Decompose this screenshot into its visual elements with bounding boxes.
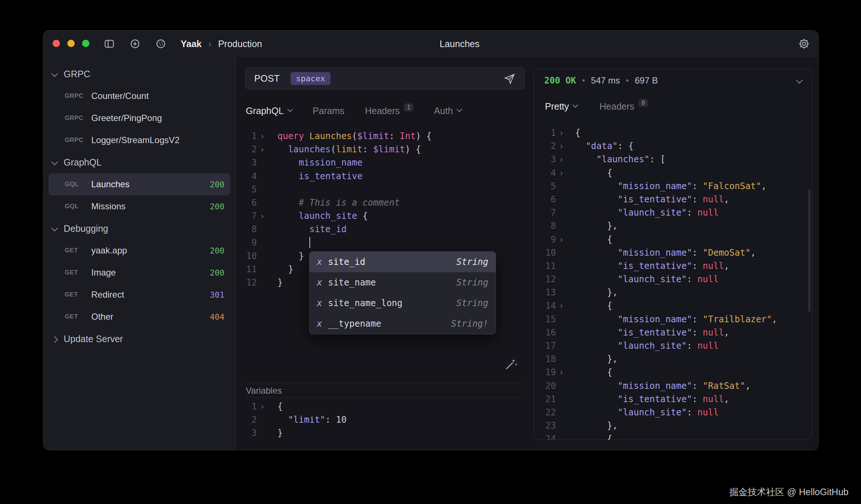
code-line: 9 [236,236,534,249]
close-window-button[interactable] [53,40,60,47]
response-viewer[interactable]: 1›{2› "data": {3› "launches": [4› {5 "mi… [534,126,812,440]
request-method-label: GET [65,247,85,254]
tab-label: Params [313,106,344,116]
fold-chevron-icon[interactable]: › [257,400,268,413]
sidebar-list: GRPCGRPCCounter/CountGRPCGreeter/PingPon… [43,63,235,350]
sidebar-item-other[interactable]: GETOther404 [49,306,230,328]
sidebar-section-grpc[interactable]: GRPC [43,63,235,85]
chevron-down-icon [573,102,578,108]
new-request-icon[interactable] [129,38,141,50]
code-text: { [268,400,283,413]
autocomplete-item-site-name[interactable]: xsite_nameString [309,272,496,293]
line-number: 4 [534,166,556,180]
status-code-badge: 200 [210,246,224,255]
code-line: 22 "launch_site": null [534,406,812,419]
line-number: 22 [534,406,556,419]
response-panel: 200 OK • 547 ms • 697 B PrettyHeaders8 1… [534,68,812,440]
gutter-spacer [257,249,268,263]
response-scrollbar[interactable] [808,189,811,312]
code-text: }, [567,419,618,432]
code-text: query Launches($limit: Int) { [268,129,432,143]
send-button[interactable] [504,72,515,84]
fold-chevron-icon[interactable]: › [257,209,268,223]
fold-chevron-icon[interactable]: › [556,366,567,379]
line-number: 6 [236,196,257,209]
fold-chevron-icon[interactable]: › [556,126,567,139]
code-text: { [567,366,612,379]
sidebar-section-graphql[interactable]: GraphQL [43,151,235,173]
settings-gear-icon[interactable] [798,38,810,50]
code-text: is_tentative [268,170,362,183]
request-name-label: Logger/StreamLogsV2 [91,135,180,145]
toggle-sidebar-icon[interactable] [103,38,116,50]
code-line: 8 site_id [236,223,534,236]
sidebar-item-redirect[interactable]: GETRedirect301 [49,284,230,306]
code-text: mission_name [268,156,362,169]
cookie-icon[interactable] [155,38,167,50]
code-text: site_id [268,223,347,236]
code-line: 2 "limit": 10 [236,413,534,426]
autocomplete-popup: xsite_idStringxsite_nameStringxsite_name… [309,251,496,334]
response-tab-headers[interactable]: Headers8 [599,101,648,112]
breadcrumb-separator: › [208,38,212,50]
status-code-badge: 404 [210,312,224,322]
request-method-label: GET [65,291,85,298]
line-number: 13 [534,286,556,299]
fold-chevron-icon[interactable]: › [257,129,268,143]
workspace-name[interactable]: Yaak [181,39,202,49]
content-area: POST spacex GraphQLParamsHeaders1Auth 1›… [236,57,818,450]
tab-count-badge: 1 [404,103,413,111]
sidebar-item-greeter-pingpong[interactable]: GRPCGreeter/PingPong [49,107,230,129]
request-name-label: Redirect [91,290,124,300]
autocomplete-item-typename[interactable]: x__typenameString! [309,313,496,334]
request-tab-graphql[interactable]: GraphQL [246,106,292,116]
request-method-label: GRPC [65,92,85,100]
request-tab-params[interactable]: Params [313,106,344,116]
sidebar-item-missions[interactable]: GQLMissions200 [49,195,230,217]
sidebar-item-yaak-app[interactable]: GETyaak.app200 [49,239,230,262]
sidebar-item-image[interactable]: GETImage200 [49,262,230,284]
code-line: 15 "mission_name": "Trailblazer", [534,313,812,326]
code-text: "launches": [ [567,153,666,166]
text-cursor [309,237,311,248]
request-tab-headers[interactable]: Headers1 [365,106,413,116]
url-input[interactable]: spacex [291,72,330,85]
fold-chevron-icon[interactable]: › [556,139,567,153]
code-line: 13 }, [534,286,812,299]
line-number: 10 [236,249,257,263]
collapse-response-button[interactable] [797,78,802,83]
code-text: launch_site { [268,209,368,223]
sidebar-section-debugging[interactable]: Debugging [43,217,235,239]
line-number: 21 [534,393,556,406]
section-label: GraphQL [64,157,102,168]
fold-chevron-icon[interactable]: › [556,153,567,166]
sidebar-item-counter-count[interactable]: GRPCCounter/Count [49,85,230,107]
code-line: 24 { [534,432,812,440]
code-line: 3› "launches": [ [534,153,812,166]
method-dropdown[interactable]: POST [254,73,280,84]
code-line: 5 [236,183,534,196]
chevron-down-icon [796,77,802,83]
response-tab-pretty[interactable]: Pretty [545,101,577,112]
sidebar-item-logger-streamlogsv2[interactable]: GRPCLogger/StreamLogsV2 [49,129,230,151]
line-number: 2 [534,139,556,153]
line-number: 9 [534,233,556,246]
format-wand-icon[interactable] [505,357,518,370]
request-tab-auth[interactable]: Auth [434,106,461,116]
gutter-spacer [556,379,567,393]
environment-name[interactable]: Production [218,39,262,49]
minimize-window-button[interactable] [67,40,75,47]
status-code-badge: 200 [210,180,224,189]
autocomplete-item-site-name-long[interactable]: xsite_name_longString [309,293,496,313]
sidebar-item-launches[interactable]: GQLLaunches200 [49,173,230,195]
fold-chevron-icon[interactable]: › [257,143,268,156]
zoom-window-button[interactable] [82,40,89,47]
url-bar: POST spacex [245,67,525,89]
sidebar-section-update-server[interactable]: Update Server [43,328,235,350]
fold-chevron-icon[interactable]: › [556,299,567,312]
fold-chevron-icon[interactable]: › [556,166,567,180]
section-label: GRPC [64,69,90,79]
fold-chevron-icon[interactable]: › [556,233,567,246]
variables-editor[interactable]: 1›{2 "limit": 103} [236,400,534,440]
autocomplete-item-site-id[interactable]: xsite_idString [309,252,496,272]
